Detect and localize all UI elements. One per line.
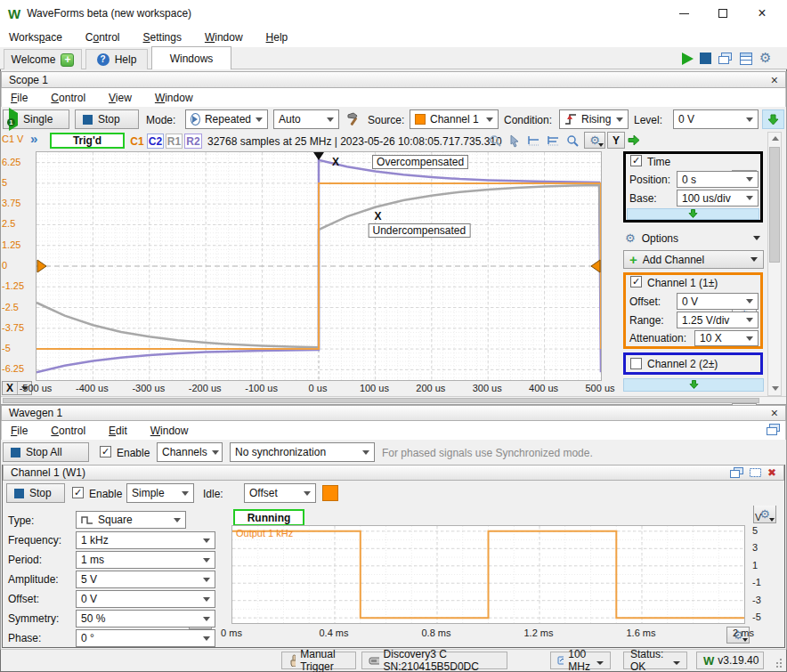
frequency-select[interactable]: 1 kHz [76, 531, 215, 549]
wavegen-menu-file[interactable]: File [11, 425, 28, 437]
wavegen-channel-titlebar[interactable]: Channel 1 (W1) ✖ [3, 465, 784, 481]
minimize-button[interactable] [664, 0, 703, 27]
menu-control[interactable]: Control [85, 31, 120, 44]
tab-windows[interactable]: Windows [151, 46, 231, 69]
zoom-icon[interactable] [566, 134, 580, 148]
x-tick-label: -200 us [189, 383, 222, 393]
plot-settings-button[interactable]: ⚙ [584, 132, 605, 149]
scope-close-icon[interactable]: × [771, 73, 778, 87]
time-checkbox[interactable]: ✓ [630, 155, 642, 166]
channel1-offset-select[interactable]: 0 V [677, 293, 759, 310]
popout-windows-icon[interactable] [766, 424, 781, 436]
wavegen-menu-window[interactable]: Window [150, 425, 189, 437]
run-all-icon[interactable] [682, 53, 694, 65]
channel2-checkbox[interactable] [630, 358, 642, 369]
add-workspace-icon[interactable]: + [61, 53, 74, 67]
float-window-icon[interactable] [730, 467, 743, 479]
wavegen-titlebar[interactable]: Wavegen 1 × [1, 405, 786, 421]
reference-badge-r1[interactable]: R1 [166, 134, 183, 149]
menu-settings[interactable]: Settings [143, 31, 182, 44]
settings-gear-icon[interactable]: ⚙ [759, 53, 771, 64]
trigger-mode-select[interactable]: Auto [273, 109, 339, 129]
channel1-attenuation-select[interactable]: 10 X [694, 330, 759, 346]
device-button[interactable]: Discovery3 C SN:210415B5D0DC [361, 652, 507, 669]
scope-titlebar[interactable]: Scope 1 × [1, 71, 786, 88]
channel-badge-c1[interactable]: C1 [129, 134, 145, 149]
y-tick-label: -1 [752, 577, 761, 587]
add-channel-button[interactable]: + Add Channel [623, 250, 764, 269]
channel-badge-c2[interactable]: C2 [147, 134, 164, 149]
panel-expand-bar[interactable] [623, 378, 764, 392]
scrollbar-thumb[interactable] [3, 398, 759, 403]
channel1-checkbox[interactable]: ✓ [630, 276, 642, 287]
options-header[interactable]: ⚙ Options [625, 230, 764, 247]
scope-horizontal-scrollbar[interactable] [1, 396, 786, 404]
stop-all-icon[interactable] [700, 53, 711, 64]
symmetry-select[interactable]: 50 % [76, 610, 215, 627]
phase-select[interactable]: 0 ° [76, 629, 215, 647]
trigger-source-select[interactable]: Channel 1 [410, 109, 499, 129]
scope-stop-button[interactable]: Stop [75, 109, 139, 129]
scope-menu-control[interactable]: Control [51, 92, 85, 104]
base-select[interactable]: 100 us/div [677, 190, 759, 206]
period-select[interactable]: 1 ms [76, 551, 215, 569]
zoom-1-icon[interactable] [489, 134, 502, 148]
square-wave-icon [81, 515, 93, 525]
type-select[interactable]: Square [76, 511, 186, 529]
wavegen-menu-edit[interactable]: Edit [109, 425, 127, 437]
tab-help[interactable]: ? Help [85, 49, 148, 69]
channel1-range-select[interactable]: 1.25 V/div [677, 312, 759, 328]
menu-help[interactable]: Help [266, 31, 288, 44]
condition-select[interactable]: Rising [559, 109, 629, 129]
scrollbar-thumb[interactable] [769, 147, 780, 263]
wavegen-menu-control[interactable]: Control [51, 425, 85, 437]
clock-frequency-button[interactable]: 100 MHz [550, 652, 611, 669]
idle-select[interactable]: Offset [244, 483, 316, 503]
expand-chevrons-icon[interactable]: » [30, 131, 37, 146]
stop-all-button[interactable]: Stop All [3, 442, 89, 462]
scope-plot[interactable]: OvercompensatedUndercompensatedXX [36, 151, 602, 381]
level-select[interactable]: 0 V [673, 109, 759, 129]
measure-x-icon[interactable] [527, 135, 540, 147]
reference-badge-r2[interactable]: R2 [184, 134, 202, 149]
channels-select[interactable]: Channels [157, 442, 223, 462]
menu-workspace[interactable]: Workspace [9, 31, 62, 44]
close-channel-icon[interactable]: ✖ [767, 466, 776, 479]
wavegen-close-icon[interactable]: × [771, 406, 778, 420]
channel-stop-button[interactable]: Stop [6, 483, 65, 503]
wg-offset-select[interactable]: 0 V [76, 590, 215, 608]
close-button[interactable]: × [742, 0, 782, 27]
status-ok-button[interactable]: Status: OK [623, 652, 687, 669]
scope-vertical-scrollbar[interactable] [767, 132, 782, 396]
cascade-windows-icon[interactable] [718, 53, 733, 65]
output-color-swatch[interactable] [322, 485, 338, 501]
time-expand-bar[interactable] [627, 208, 759, 220]
menu-window[interactable]: Window [205, 31, 243, 44]
maximize-button[interactable] [703, 0, 742, 27]
measure-y-icon[interactable] [547, 135, 560, 147]
y-cursors-button[interactable]: Y [607, 132, 625, 149]
green-right-arrow-icon[interactable] [628, 134, 640, 146]
synchronization-select[interactable]: No synchronization [230, 442, 375, 462]
maximize-panel-icon[interactable] [749, 467, 762, 478]
manual-trigger-button[interactable]: Manual Trigger [281, 652, 356, 669]
tile-windows-icon[interactable] [739, 53, 753, 65]
amplitude-select[interactable]: 5 V [76, 571, 215, 588]
resize-grip[interactable] [776, 662, 783, 669]
single-button[interactable]: 1 Single [3, 109, 69, 129]
scroll-up-icon[interactable] [772, 136, 779, 141]
mode-select[interactable]: Repeated [185, 109, 268, 129]
position-select[interactable]: 0 s [677, 171, 759, 188]
scope-menu-view[interactable]: View [109, 92, 132, 104]
scroll-down-icon[interactable] [772, 386, 779, 391]
y-tick-label: -1.25 [2, 280, 24, 291]
scope-menu-file[interactable]: File [11, 92, 28, 104]
scope-menu-window[interactable]: Window [155, 92, 193, 104]
level-down-button[interactable] [762, 109, 784, 129]
tab-welcome[interactable]: Welcome + [4, 49, 82, 69]
generator-mode-select[interactable]: Simple [126, 483, 194, 503]
cursor-icon[interactable] [508, 134, 521, 148]
wavegen-preview-plot[interactable]: Output 1 kHz [231, 525, 745, 624]
wavegen-enable-checkbox[interactable]: ✓ [100, 446, 111, 457]
channel-enable-checkbox[interactable]: ✓ [72, 487, 84, 498]
